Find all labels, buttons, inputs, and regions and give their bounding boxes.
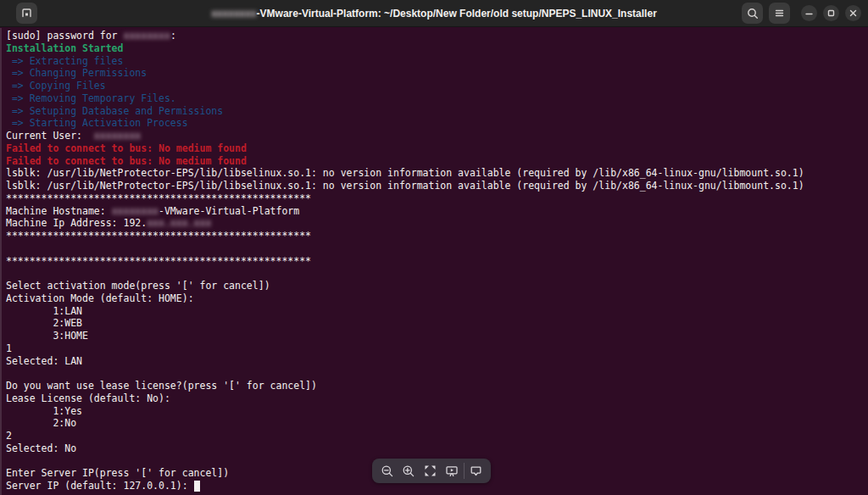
zoom-out-button[interactable]: [377, 461, 397, 481]
text-segment: 1: [6, 342, 12, 354]
terminal-line: Machine Hostname: xxxxxxxx-VMware-Virtua…: [6, 205, 865, 218]
terminal-line: Selected: LAN: [6, 355, 865, 368]
menu-button[interactable]: [769, 3, 790, 24]
text-segment: => Copying Files: [6, 80, 106, 92]
terminal-line: Lease License (default: No):: [6, 392, 865, 405]
terminal-line: => Starting Activation Process: [6, 117, 865, 130]
fullscreen-icon: [424, 464, 437, 477]
text-segment: ****************************************…: [6, 230, 311, 242]
terminal-line: Do you want use lease license?(press '['…: [6, 380, 865, 392]
terminal-output[interactable]: [sudo] password for xxxxxxxx:Installatio…: [0, 28, 868, 495]
terminal-line: ****************************************…: [6, 230, 865, 242]
text-segment: => Removing Temporary Files.: [6, 92, 176, 104]
close-button[interactable]: [845, 5, 861, 21]
text-segment: ****************************************…: [6, 192, 311, 204]
terminal-line: => Copying Files: [6, 80, 865, 92]
fullscreen-button[interactable]: [420, 461, 440, 481]
text-segment: Current User:: [6, 130, 94, 142]
text-segment: Lease License (default: No):: [6, 392, 170, 404]
maximize-icon: [826, 8, 836, 18]
text-segment: Activation Mode (default: HOME):: [6, 292, 194, 304]
hamburger-menu-icon: [774, 8, 785, 19]
zoom-in-button[interactable]: [398, 461, 418, 481]
text-segment: lsblk: /usr/lib/NetProtector-EPS/lib/lib…: [6, 180, 804, 192]
terminal-line: [6, 267, 865, 280]
terminal-line: 2: [6, 430, 865, 442]
presentation-display-icon: [445, 464, 459, 478]
zoom-in-icon: [402, 464, 415, 478]
text-segment: 1:Yes: [6, 405, 82, 417]
terminal-line: 2:No: [6, 417, 865, 430]
text-segment: => Changing Permissions: [6, 67, 147, 79]
text-segment: Machine Ip Address: 192.: [6, 217, 147, 229]
text-segment: :: [170, 30, 176, 42]
text-segment: 2: [6, 430, 12, 442]
text-segment: ****************************************…: [6, 255, 311, 267]
redacted-text: xxxxxxxx: [123, 30, 170, 42]
text-segment: Server IP (default: 127.0.0.1):: [6, 480, 194, 492]
text-segment: lsblk: /usr/lib/NetProtector-EPS/lib/lib…: [6, 167, 804, 179]
text-segment: => Extracting files: [6, 55, 123, 67]
terminal-line: ****************************************…: [6, 192, 865, 205]
text-segment: 1:LAN: [6, 305, 82, 317]
text-segment: Select activation mode(press '[' for can…: [6, 280, 270, 292]
text-segment: Enter Server IP(press '[' for cancel]): [6, 467, 229, 479]
redacted-text: xxxxxxxx: [112, 205, 159, 217]
presentation-display-button[interactable]: [442, 461, 461, 481]
text-segment: Failed to connect to bus: No medium foun…: [6, 142, 247, 154]
terminal-line: Selected: No: [6, 442, 865, 455]
zoom-out-icon: [381, 464, 394, 478]
app-icon-button[interactable]: [16, 3, 37, 24]
terminal-line: => Setuping Database and Permissions: [6, 105, 865, 118]
minimize-icon: [804, 8, 814, 18]
terminal-line: Installation Started: [6, 42, 865, 55]
terminal-line: Machine Ip Address: 192.xxx.xxx.xxx: [6, 217, 865, 230]
window-title-text: -VMware-Virtual-Platform: ~/Desktop/New …: [257, 8, 657, 19]
terminal-app-icon: [20, 7, 33, 19]
text-segment: Selected: No: [6, 442, 76, 454]
titlebar[interactable]: xxxxxxxx-VMware-Virtual-Platform: ~/Desk…: [0, 0, 868, 27]
window-title: xxxxxxxx-VMware-Virtual-Platform: ~/Desk…: [211, 0, 657, 27]
toolbar-separator: [464, 463, 465, 479]
terminal-line: => Extracting files: [6, 55, 865, 68]
text-segment: Installation Started: [6, 42, 123, 54]
text-segment: -VMware-Virtual-Platform: [159, 205, 299, 217]
terminal-line: lsblk: /usr/lib/NetProtector-EPS/lib/lib…: [6, 180, 865, 192]
terminal-line: 1:Yes: [6, 405, 865, 418]
text-segment: Machine Hostname:: [6, 205, 112, 217]
titlebar-right-controls: [742, 3, 868, 24]
close-icon: [849, 8, 858, 18]
terminal-line: => Removing Temporary Files.: [6, 92, 865, 105]
terminal-line: 3:HOME: [6, 330, 865, 342]
search-icon: [747, 8, 759, 19]
text-segment: 2:No: [6, 417, 76, 429]
terminal-line: Select activation mode(press '[' for can…: [6, 280, 865, 292]
terminal-line: [sudo] password for xxxxxxxx:: [6, 30, 865, 42]
terminal-line: ****************************************…: [6, 255, 865, 268]
redacted-text: xxxxxxxx: [94, 130, 141, 142]
text-segment: 2:WEB: [6, 317, 82, 329]
terminal-line: 2:WEB: [6, 317, 865, 330]
text-segment: [sudo] password for: [6, 30, 123, 42]
terminal-line: Current User: xxxxxxxx: [6, 130, 865, 142]
chat-bubble-icon: [470, 464, 482, 477]
terminal-line: Failed to connect to bus: No medium foun…: [6, 155, 865, 168]
text-segment: Failed to connect to bus: No medium foun…: [6, 155, 247, 167]
minimize-button[interactable]: [801, 5, 817, 21]
text-segment: => Setuping Database and Permissions: [6, 105, 223, 117]
terminal-line: 1: [6, 342, 865, 355]
text-segment: 3:HOME: [6, 330, 88, 342]
terminal-line: [6, 367, 865, 380]
redacted-hostname: xxxxxxxx: [211, 8, 256, 19]
maximize-button[interactable]: [823, 5, 839, 21]
redacted-text: xxx.xxx.xxx: [147, 217, 211, 229]
chat-bubble-button[interactable]: [466, 461, 486, 481]
text-segment: Selected: LAN: [6, 355, 82, 367]
terminal-line: Failed to connect to bus: No medium foun…: [6, 142, 865, 155]
search-button[interactable]: [742, 3, 763, 24]
text-segment: => Starting Activation Process: [6, 117, 188, 129]
terminal-line: Activation Mode (default: HOME):: [6, 292, 865, 305]
text-segment: Do you want use lease license?(press '['…: [6, 380, 317, 392]
terminal-line: [6, 242, 865, 255]
terminal-line: => Changing Permissions: [6, 67, 865, 80]
